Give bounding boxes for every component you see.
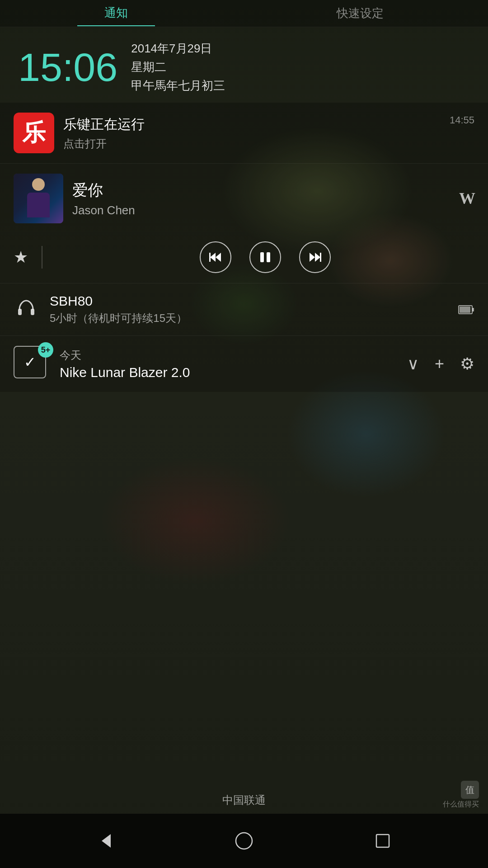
next-button[interactable] xyxy=(299,241,331,273)
svg-rect-12 xyxy=(460,307,470,313)
music-top-row: 爱你 Jason Chen W xyxy=(0,164,488,233)
svg-rect-9 xyxy=(31,309,34,315)
task-add-button[interactable]: + xyxy=(435,354,444,373)
music-app-icon: 乐 xyxy=(14,113,54,153)
task-content: 今天 Nike Lunar Blazer 2.0 xyxy=(60,348,397,380)
svg-marker-6 xyxy=(315,253,320,262)
top-tabs: 通知 快速设定 xyxy=(0,0,488,27)
music-app-content: 乐键正在运行 点击打开 xyxy=(63,115,441,151)
task-notification[interactable]: ✓ 5+ 今天 Nike Lunar Blazer 2.0 ∨ + ⚙ xyxy=(0,336,488,392)
svg-rect-2 xyxy=(209,253,211,262)
music-app-time: 14:55 xyxy=(450,113,474,126)
svg-point-14 xyxy=(236,833,252,849)
bluetooth-notification[interactable]: SBH80 5小时（待机时可持续15天） xyxy=(0,283,488,336)
clock-time: 15:06 xyxy=(18,47,117,87)
bluetooth-content: SBH80 5小时（待机时可持续15天） xyxy=(50,293,447,326)
task-badge: 5+ xyxy=(38,342,53,358)
task-expand-button[interactable]: ∨ xyxy=(407,354,419,373)
svg-rect-8 xyxy=(18,309,22,315)
task-actions: ∨ + ⚙ xyxy=(407,354,474,373)
prev-button[interactable] xyxy=(200,241,231,273)
bluetooth-status: 5小时（待机时可持续15天） xyxy=(50,311,447,326)
album-art xyxy=(14,174,63,223)
date-info: 2014年7月29日 星期二 甲午馬年七月初三 xyxy=(131,41,225,94)
task-icon-wrap: ✓ 5+ xyxy=(14,346,50,382)
battery-icon xyxy=(458,304,474,315)
task-item-name: Nike Lunar Blazer 2.0 xyxy=(60,365,397,380)
pause-button[interactable] xyxy=(249,241,281,273)
date-line1: 2014年7月29日 xyxy=(131,41,225,57)
watermark: 值 什么值得买 xyxy=(443,781,479,809)
task-date-label: 今天 xyxy=(60,348,397,363)
music-info: 爱你 Jason Chen xyxy=(72,180,450,217)
music-app-subtitle: 点击打开 xyxy=(63,137,441,151)
svg-rect-3 xyxy=(260,252,264,262)
bluetooth-device-name: SBH80 xyxy=(50,293,447,309)
playback-controls xyxy=(56,241,474,273)
carrier-bar: 中国联通 xyxy=(0,787,488,814)
person-body xyxy=(27,193,50,217)
walkman-logo: W xyxy=(459,189,474,208)
svg-marker-1 xyxy=(216,253,221,262)
bluetooth-icon xyxy=(14,297,38,322)
music-player-notification[interactable]: 爱你 Jason Chen W ★ xyxy=(0,164,488,283)
svg-rect-15 xyxy=(376,835,389,847)
tab-quick-settings[interactable]: 快速设定 xyxy=(310,1,411,26)
svg-rect-11 xyxy=(472,308,474,311)
music-app-title: 乐键正在运行 xyxy=(63,115,441,134)
date-line3: 甲午馬年七月初三 xyxy=(131,78,225,94)
svg-marker-13 xyxy=(102,834,111,848)
nav-back-button[interactable] xyxy=(87,823,123,859)
date-line2: 星期二 xyxy=(131,59,225,75)
music-controls: ★ xyxy=(0,233,488,283)
favorite-button[interactable]: ★ xyxy=(14,248,28,267)
song-title: 爱你 xyxy=(72,180,450,201)
svg-rect-4 xyxy=(267,252,270,262)
artist-name: Jason Chen xyxy=(72,203,450,217)
person-head xyxy=(32,178,45,191)
tab-notification[interactable]: 通知 xyxy=(77,0,155,26)
task-settings-button[interactable]: ⚙ xyxy=(460,354,474,373)
watermark-icon: 值 xyxy=(461,781,479,799)
nav-recents-button[interactable] xyxy=(365,823,401,859)
album-art-figure xyxy=(23,178,54,219)
status-section: 15:06 2014年7月29日 星期二 甲午馬年七月初三 xyxy=(0,27,488,103)
controls-divider xyxy=(42,246,42,269)
svg-marker-0 xyxy=(210,253,216,262)
carrier-name: 中国联通 xyxy=(222,793,266,807)
music-app-notification[interactable]: 乐 乐键正在运行 点击打开 14:55 xyxy=(0,103,488,164)
nav-home-button[interactable] xyxy=(226,823,262,859)
nav-bar xyxy=(0,814,488,868)
svg-rect-7 xyxy=(320,253,321,262)
svg-marker-5 xyxy=(310,253,315,262)
watermark-text: 什么值得买 xyxy=(443,800,479,809)
